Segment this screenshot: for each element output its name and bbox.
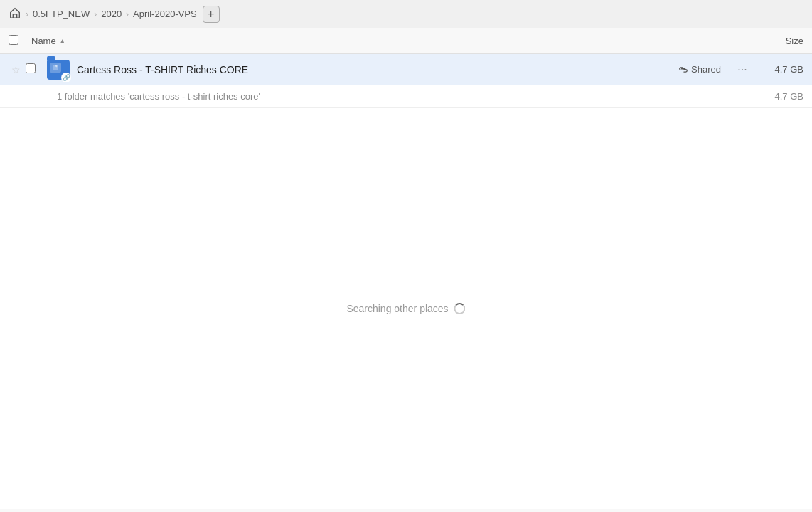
row-checkbox[interactable] xyxy=(26,63,36,73)
breadcrumb-bar: › 0.5FTP_NEW › 2020 › April-2020-VPS + xyxy=(0,0,812,28)
name-column-header[interactable]: Name ▲ xyxy=(31,36,747,46)
breadcrumb-april[interactable]: April-2020-VPS xyxy=(133,9,197,19)
breadcrumb-sftp-label: 0.5FTP_NEW xyxy=(33,9,90,19)
breadcrumb-sep-3: › xyxy=(126,9,129,19)
column-header-row: Name ▲ Size xyxy=(0,28,812,54)
file-size-label: 4.7 GB xyxy=(761,64,803,75)
folder-overlay xyxy=(50,63,61,73)
loading-spinner xyxy=(454,303,466,314)
searching-label-text: Searching other places xyxy=(346,303,448,314)
shared-link-icon xyxy=(678,65,688,75)
match-count-row: 1 folder matches 'cartess ross - t-shirt… xyxy=(0,85,812,108)
searching-other-places: Searching other places xyxy=(346,303,465,314)
star-icon[interactable]: ☆ xyxy=(9,63,23,77)
file-name-label: Cartess Ross - T-SHIRT Riches CORE xyxy=(77,64,678,75)
breadcrumb-sep-1: › xyxy=(26,9,28,19)
breadcrumb-april-label: April-2020-VPS xyxy=(133,9,197,19)
size-column-label: Size xyxy=(786,36,803,46)
breadcrumb-2020[interactable]: 2020 xyxy=(101,9,122,19)
breadcrumb-2020-label: 2020 xyxy=(101,9,122,19)
link-badge-icon: 🔗 xyxy=(61,73,71,82)
sort-arrow-icon: ▲ xyxy=(59,37,66,45)
breadcrumb-add-button[interactable]: + xyxy=(203,6,220,23)
folder-icon-wrap: 🔗 xyxy=(46,57,71,82)
home-icon xyxy=(9,6,21,21)
breadcrumb-sftp[interactable]: 0.5FTP_NEW xyxy=(33,9,90,19)
shared-badge: Shared xyxy=(678,64,721,75)
name-column-label: Name xyxy=(31,36,56,46)
breadcrumb-home[interactable] xyxy=(9,6,21,21)
match-count-text: 1 folder matches 'cartess ross - t-shirt… xyxy=(57,91,260,102)
more-dots-icon: ··· xyxy=(737,63,747,76)
more-options-button[interactable]: ··· xyxy=(732,60,752,80)
file-row[interactable]: ☆ 🔗 Cartess Ross - T-SHIRT Riches CORE S… xyxy=(0,54,812,85)
header-checkbox-area xyxy=(9,35,26,47)
match-total-size: 4.7 GB xyxy=(775,91,803,102)
main-content-area: Searching other places xyxy=(0,108,812,509)
row-checkbox-area xyxy=(26,63,43,75)
shared-label: Shared xyxy=(691,64,721,75)
breadcrumb-sep-2: › xyxy=(94,9,97,19)
select-all-checkbox[interactable] xyxy=(9,35,18,45)
size-column-header[interactable]: Size xyxy=(747,36,803,46)
